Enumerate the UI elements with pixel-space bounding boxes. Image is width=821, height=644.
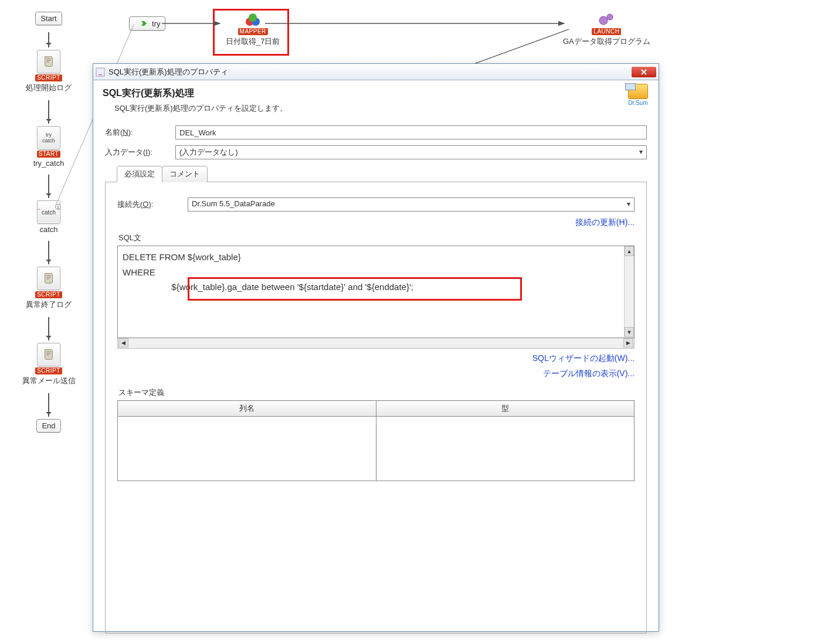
- flow-node-catch[interactable]: → catch 1 catch: [11, 200, 87, 234]
- flow-arrow: [48, 317, 49, 340]
- drsum-icon: Dr.Sum: [628, 84, 648, 106]
- script-icon: [37, 343, 60, 366]
- sql-textarea[interactable]: DELETE FROM ${work_table} WHERE ${work_t…: [117, 246, 635, 338]
- flow-arrow: [48, 32, 49, 47]
- connection-refresh-link[interactable]: 接続の更新(H)...: [575, 217, 635, 227]
- flow-node-label: GAデータ取得プログラム: [563, 36, 650, 47]
- script-badge: SCRIPT: [35, 74, 62, 81]
- tab-comment[interactable]: コメント: [162, 166, 208, 182]
- scroll-left-icon[interactable]: ◀: [118, 338, 128, 347]
- name-input[interactable]: [175, 125, 647, 139]
- connection-row: 接続先(O): Dr.Sum 5.5_DataParade: [117, 197, 635, 212]
- flow-arrow: [48, 100, 49, 124]
- connection-label: 接続先(O):: [117, 199, 188, 210]
- table-row: [118, 417, 635, 481]
- tab-body-required: 接続先(O): Dr.Sum 5.5_DataParade 接続の更新(H)..…: [105, 182, 647, 633]
- scrollbar-horizontal[interactable]: ◀ ▶: [117, 338, 635, 349]
- flow-node-launch[interactable]: LAUNCH GAデータ取得プログラム: [563, 12, 650, 47]
- flow-node-trycatch[interactable]: trycatch START try_catch: [11, 126, 87, 168]
- flow-node-try[interactable]: try: [129, 16, 165, 30]
- scroll-up-icon[interactable]: ▲: [625, 246, 634, 256]
- schema-table: 列名 型: [117, 400, 635, 481]
- trycatch-icon: trycatch: [37, 126, 60, 149]
- script-badge: SCRIPT: [35, 367, 62, 374]
- tab-strip: 必須設定 コメント: [105, 165, 647, 182]
- dialog-header: SQL実行(更新系)処理 SQL実行(更新系)処理のプロパティを設定します。 D…: [93, 80, 659, 120]
- flow-node-label: 異常終了ログ: [11, 299, 87, 310]
- flow-node-error-mail[interactable]: SCRIPT 異常メール送信: [11, 343, 87, 386]
- schema-col-type: 型: [376, 401, 635, 417]
- svg-point-2: [249, 13, 257, 22]
- flow-arrow: [48, 393, 49, 417]
- flow-node-start[interactable]: Start: [11, 12, 87, 25]
- sql-box: DELETE FROM ${work_table} WHERE ${work_t…: [117, 246, 635, 349]
- schema-col-name: 列名: [118, 401, 376, 417]
- java-icon: [96, 67, 105, 77]
- flow-node-label: 処理開始ログ: [11, 83, 87, 93]
- inputdata-select[interactable]: (入力データなし): [175, 145, 647, 159]
- tab-required[interactable]: 必須設定: [117, 166, 162, 182]
- arrow-right-icon: [134, 19, 150, 28]
- properties-dialog: SQL実行(更新系)処理のプロパティ SQL実行(更新系)処理 SQL実行(更新…: [93, 63, 659, 632]
- sql-wizard-link[interactable]: SQLウィザードの起動(W)...: [532, 353, 635, 363]
- table-info-link[interactable]: テーブル情報の表示(V)...: [543, 369, 635, 378]
- flow-left-column: Start SCRIPT 処理開始ログ trycatch START try_c…: [11, 12, 87, 439]
- flow-arrow: [48, 241, 49, 264]
- svg-point-3: [599, 16, 608, 25]
- dialog-subheading: SQL実行(更新系)処理のプロパティを設定します。: [114, 103, 647, 114]
- flow-node-label: 異常メール送信: [11, 376, 87, 386]
- start-button[interactable]: Start: [35, 12, 62, 25]
- flow-node-label: catch: [11, 225, 87, 234]
- inputdata-label: 入力データ(I):: [105, 147, 175, 158]
- flow-top-row: try MAPPER 日付取得_7日前 LAUNCH GAデータ取得プログラム: [129, 12, 798, 64]
- try-button[interactable]: try: [129, 16, 165, 30]
- close-icon: [641, 69, 647, 75]
- flow-node-end[interactable]: End: [11, 419, 87, 432]
- name-row: 名前(N):: [105, 125, 647, 139]
- name-label: 名前(N):: [105, 127, 175, 138]
- gears-icon: [597, 12, 616, 27]
- connection-select[interactable]: Dr.Sum 5.5_DataParade: [188, 197, 635, 212]
- dialog-heading: SQL実行(更新系)処理: [103, 87, 647, 100]
- dialog-titlebar[interactable]: SQL実行(更新系)処理のプロパティ: [93, 64, 659, 80]
- flow-node-error-log[interactable]: SCRIPT 異常終了ログ: [11, 267, 87, 310]
- mapper-icon: [244, 13, 262, 27]
- start-badge: START: [37, 151, 60, 158]
- script-badge: SCRIPT: [35, 291, 62, 298]
- scroll-right-icon[interactable]: ▶: [623, 338, 633, 347]
- scrollbar-vertical[interactable]: ▲ ▼: [624, 246, 634, 337]
- flow-arrow: [48, 175, 49, 198]
- launch-badge: LAUNCH: [592, 28, 621, 35]
- dialog-title: SQL実行(更新系)処理のプロパティ: [108, 67, 228, 77]
- close-button[interactable]: [632, 67, 656, 77]
- catch-icon: → catch 1: [37, 200, 60, 224]
- scroll-down-icon[interactable]: ▼: [625, 327, 634, 337]
- script-icon: [37, 50, 60, 73]
- script-icon: [37, 267, 60, 290]
- inputdata-row: 入力データ(I): (入力データなし): [105, 145, 647, 159]
- mapper-badge: MAPPER: [238, 28, 268, 35]
- flow-node-start-log[interactable]: SCRIPT 処理開始ログ: [11, 50, 87, 93]
- end-button[interactable]: End: [36, 419, 60, 432]
- schema-label: スキーマ定義: [118, 387, 635, 398]
- flow-node-mapper[interactable]: MAPPER 日付取得_7日前: [226, 13, 280, 47]
- try-label: try: [152, 19, 160, 28]
- svg-point-4: [607, 14, 613, 20]
- flow-node-label: try_catch: [11, 159, 87, 168]
- sql-label: SQL文: [118, 233, 635, 243]
- flow-node-label: 日付取得_7日前: [226, 36, 280, 47]
